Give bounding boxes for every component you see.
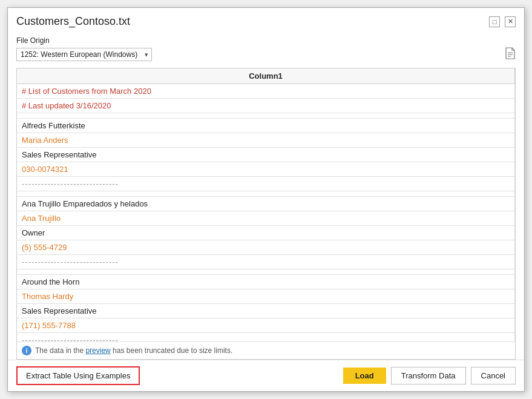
table-row: Maria Anders (17, 133, 515, 148)
dialog-title: Customers_Contoso.txt (16, 15, 130, 28)
content-area: File Origin 1252: Western European (Wind… (8, 33, 524, 360)
table-row (17, 191, 515, 197)
file-origin-select-wrapper[interactable]: 1252: Western European (Windows) 65001: … (16, 48, 152, 61)
table-row (17, 269, 515, 275)
file-origin-select[interactable]: 1252: Western European (Windows) 65001: … (16, 48, 152, 61)
minimize-button[interactable]: □ (489, 16, 500, 27)
table-row: Around the Horn (17, 275, 515, 289)
preview-link[interactable]: preview (85, 346, 110, 355)
table-row: Ana Trujillo Emparedados y helados (17, 197, 515, 211)
table-row: (5) 555-4729 (17, 240, 515, 255)
transform-data-button[interactable]: Transform Data (391, 367, 466, 384)
table-row: Thomas Hardy (17, 289, 515, 304)
info-icon: i (22, 346, 31, 355)
table-row: (171) 555-7788 (17, 318, 515, 333)
table-row (17, 113, 515, 119)
table-row: # Last updated 3/16/2020 (17, 99, 515, 113)
cancel-button[interactable]: Cancel (471, 367, 516, 384)
table-container: Column1 # List of Customers from March 2… (16, 68, 516, 360)
truncation-text: The data in the preview has been truncat… (35, 346, 232, 355)
window-controls: □ ✕ (489, 16, 516, 27)
table-row: Sales Representative (17, 304, 515, 318)
table-row: ------------------------------ (17, 177, 515, 191)
title-bar: Customers_Contoso.txt □ ✕ (8, 8, 524, 33)
table-row: ------------------------------ (17, 255, 515, 269)
file-origin-row: 1252: Western European (Windows) 65001: … (16, 47, 516, 62)
main-dialog: Customers_Contoso.txt □ ✕ File Origin 12… (7, 7, 525, 392)
file-icon[interactable] (505, 47, 516, 62)
table-row: Owner (17, 226, 515, 240)
table-row: Alfreds Futterkiste (17, 119, 515, 133)
table-row: # List of Customers from March 2020 (17, 84, 515, 99)
extract-table-button[interactable]: Extract Table Using Examples (16, 366, 140, 385)
data-table: Column1 # List of Customers from March 2… (17, 68, 515, 341)
table-row: ------------------------------ (17, 333, 515, 342)
truncation-notice: i The data in the preview has been trunc… (17, 341, 515, 359)
table-row: Sales Representative (17, 148, 515, 162)
table-scroll-area[interactable]: Column1 # List of Customers from March 2… (17, 68, 515, 341)
file-origin-label: File Origin (16, 36, 516, 45)
footer: Extract Table Using Examples Load Transf… (8, 360, 524, 391)
close-button[interactable]: ✕ (505, 16, 516, 27)
load-button[interactable]: Load (343, 368, 386, 384)
table-row: 030-0074321 (17, 162, 515, 177)
column-header: Column1 (17, 68, 515, 84)
table-row: Ana Trujillo (17, 211, 515, 226)
